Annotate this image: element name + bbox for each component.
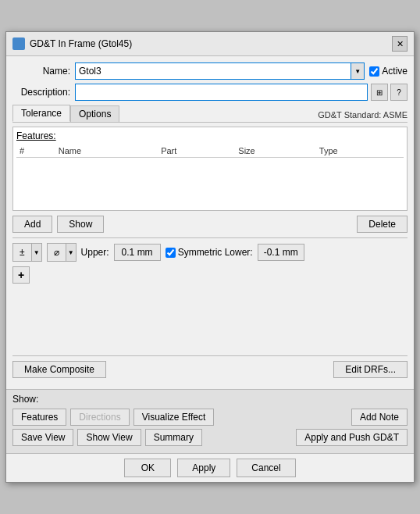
tab-tolerance[interactable]: Tolerance bbox=[12, 105, 70, 122]
symmetric-checkbox-label: Symmetric Lower: bbox=[166, 247, 253, 258]
features-table-area: # Name Part Size Type bbox=[16, 145, 404, 207]
diameter-split-btn: ⌀ ▼ bbox=[47, 243, 77, 262]
description-row: Description: ⊞ ? bbox=[12, 84, 408, 101]
active-checkbox[interactable] bbox=[369, 66, 379, 77]
content-area: Name: ▼ Active Description: ⊞ ? Tol bbox=[6, 56, 414, 389]
make-composite-row: Make Composite Edit DRFs... bbox=[12, 355, 408, 378]
features-label: Features: bbox=[16, 130, 404, 141]
plus-minus-arrow[interactable]: ▼ bbox=[31, 243, 42, 262]
name-dropdown-arrow[interactable]: ▼ bbox=[351, 62, 365, 80]
name-row: Name: ▼ Active bbox=[12, 62, 408, 80]
description-input[interactable] bbox=[75, 84, 368, 101]
description-label: Description: bbox=[12, 87, 75, 98]
window-icon bbox=[12, 37, 25, 50]
gdt-standard-label: GD&T Standard: ASME bbox=[318, 110, 408, 122]
add-show-delete-row: Add Show Delete bbox=[12, 216, 408, 233]
ok-button[interactable]: OK bbox=[124, 459, 171, 477]
add-row-button[interactable]: + bbox=[12, 266, 30, 284]
table-header-row: # Name Part Size Type bbox=[16, 145, 404, 158]
apply-button[interactable]: Apply bbox=[177, 459, 230, 477]
col-header-part: Part bbox=[158, 145, 235, 158]
title-bar: GD&T In Frame (Gtol45) ✕ bbox=[6, 32, 414, 56]
features-button[interactable]: Features bbox=[12, 409, 66, 426]
cancel-button[interactable]: Cancel bbox=[237, 459, 295, 477]
visualize-effect-button[interactable]: Visualize Effect bbox=[133, 409, 215, 426]
directions-button[interactable]: Directions bbox=[70, 409, 129, 426]
plus-minus-split-btn: ± ▼ bbox=[12, 243, 42, 262]
save-view-button[interactable]: Save View bbox=[12, 429, 73, 446]
window-title: GD&T In Frame (Gtol45) bbox=[30, 38, 387, 49]
name-label: Name: bbox=[12, 66, 75, 77]
apply-push-button[interactable]: Apply and Push GD&T bbox=[296, 429, 408, 446]
features-section: Features: # Name Part Size Type bbox=[12, 127, 408, 211]
main-window: GD&T In Frame (Gtol45) ✕ Name: ▼ Active … bbox=[5, 31, 415, 483]
name-combo: ▼ bbox=[75, 62, 365, 80]
features-table: # Name Part Size Type bbox=[16, 145, 404, 158]
help-icon-button[interactable]: ? bbox=[390, 84, 408, 101]
symmetric-label: Symmetric Lower: bbox=[178, 247, 253, 258]
bottom-area bbox=[12, 288, 408, 351]
col-header-size: Size bbox=[235, 145, 316, 158]
col-header-name: Name bbox=[55, 145, 158, 158]
diameter-arrow[interactable]: ▼ bbox=[66, 243, 77, 262]
tolerance-controls: ± ▼ ⌀ ▼ Upper: Symmetric Lower: bbox=[12, 243, 408, 262]
symmetric-input[interactable] bbox=[258, 244, 304, 261]
diameter-main[interactable]: ⌀ bbox=[47, 243, 66, 262]
edit-drfs-button[interactable]: Edit DRFs... bbox=[333, 361, 408, 378]
upper-input[interactable] bbox=[114, 244, 161, 261]
delete-button[interactable]: Delete bbox=[357, 216, 408, 233]
show-button[interactable]: Show bbox=[57, 216, 104, 233]
upper-label: Upper: bbox=[81, 247, 109, 258]
active-checkbox-label: Active bbox=[369, 66, 408, 77]
show-section: Show: Features Directions Visualize Effe… bbox=[6, 389, 414, 453]
tab-options[interactable]: Options bbox=[70, 105, 119, 122]
make-composite-button[interactable]: Make Composite bbox=[12, 361, 106, 378]
add-note-button[interactable]: Add Note bbox=[351, 409, 408, 426]
col-header-type: Type bbox=[316, 145, 404, 158]
separator-1 bbox=[12, 237, 408, 238]
plus-minus-main[interactable]: ± bbox=[12, 243, 31, 262]
summary-button[interactable]: Summary bbox=[145, 429, 202, 446]
active-row: Active bbox=[369, 66, 408, 77]
grid-icon-button[interactable]: ⊞ bbox=[371, 84, 388, 101]
show-label: Show: bbox=[12, 394, 408, 405]
active-label: Active bbox=[382, 66, 408, 77]
description-icons: ⊞ ? bbox=[371, 84, 408, 101]
show-row-1: Features Directions Visualize Effect Add… bbox=[12, 409, 408, 426]
symmetric-checkbox[interactable] bbox=[166, 248, 176, 258]
close-button[interactable]: ✕ bbox=[392, 36, 408, 52]
dialog-buttons: OK Apply Cancel bbox=[6, 453, 414, 482]
add-button[interactable]: Add bbox=[12, 216, 52, 233]
show-row-2: Save View Show View Summary Apply and Pu… bbox=[12, 429, 408, 446]
plus-row: + bbox=[12, 266, 408, 284]
col-header-hash: # bbox=[16, 145, 55, 158]
show-view-button[interactable]: Show View bbox=[77, 429, 141, 446]
name-input[interactable] bbox=[75, 62, 351, 80]
tabs-header: Tolerance Options GD&T Standard: ASME bbox=[12, 105, 408, 123]
